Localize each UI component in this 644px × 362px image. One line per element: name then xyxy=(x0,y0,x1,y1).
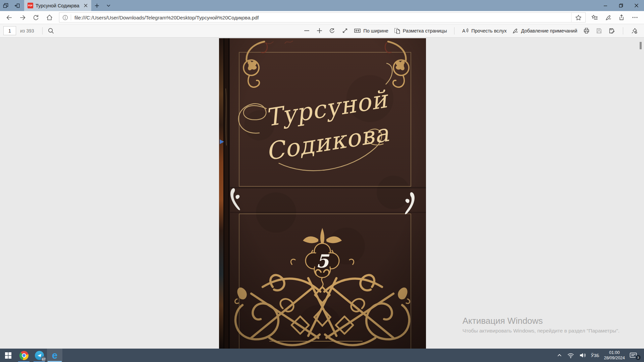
toolbar-separator xyxy=(623,27,623,35)
save-as-icon xyxy=(608,27,615,34)
windows-logo-icon xyxy=(5,352,11,359)
zoom-out-button[interactable] xyxy=(302,26,312,36)
notification-badge: 3 xyxy=(636,355,641,360)
restore-icon xyxy=(619,3,623,8)
expand-icon xyxy=(342,27,348,34)
page-number-input[interactable]: 1 xyxy=(3,26,16,35)
tab-close-button[interactable] xyxy=(82,2,89,9)
minimize-icon xyxy=(603,4,607,8)
tab-preview-icon xyxy=(14,3,20,9)
save-as-button[interactable] xyxy=(607,26,617,36)
set-aside-tabs-button[interactable] xyxy=(0,0,11,11)
tab-active[interactable]: PDF Турсуной Содиқова.pd xyxy=(24,0,91,11)
read-aloud-button[interactable]: A Прочесть вслух xyxy=(461,27,508,34)
forward-button[interactable] xyxy=(16,12,29,23)
toolbar-separator xyxy=(454,27,454,35)
taskbar-app-edge[interactable]: e xyxy=(47,349,62,362)
minimize-button[interactable] xyxy=(598,0,613,11)
search-icon xyxy=(48,27,54,34)
url-text[interactable]: file:///C:/Users/User/Downloads/Telegram… xyxy=(71,15,571,20)
tab-list-button[interactable] xyxy=(103,0,114,11)
clock[interactable]: 01:00 28/09/2024 xyxy=(601,349,627,362)
page-layout-icon xyxy=(394,27,400,34)
action-center-button[interactable]: 3 xyxy=(627,349,641,362)
page-layout-button[interactable]: Разметка страницы xyxy=(392,27,448,34)
pdf-toolbar-right: По ширине Разметка страницы A Прочесть в… xyxy=(302,26,639,36)
pdf-viewport[interactable]: Турсуной Содикова xyxy=(0,38,644,349)
add-favorite-button[interactable] xyxy=(571,13,585,22)
close-window-button[interactable] xyxy=(629,0,644,11)
chevron-down-icon xyxy=(106,3,111,8)
volume-status[interactable] xyxy=(577,349,589,362)
language-indicator[interactable]: ЎЗБ xyxy=(589,349,602,362)
share-icon xyxy=(618,14,625,21)
read-aloud-letter: A xyxy=(462,28,466,34)
share-button[interactable] xyxy=(615,12,628,23)
find-in-document-button[interactable] xyxy=(46,26,56,36)
favorites-list-icon xyxy=(591,14,598,21)
tray-overflow-button[interactable] xyxy=(554,349,565,362)
address-bar: file:///C:/Users/User/Downloads/Telegram… xyxy=(0,11,644,24)
print-button[interactable] xyxy=(581,26,591,36)
unpin-toolbar-button[interactable] xyxy=(629,26,639,36)
browser-window: PDF Турсуной Содиқова.pd xyxy=(0,0,644,362)
back-arrow-icon xyxy=(6,14,13,21)
telegram-plane-icon xyxy=(37,353,42,358)
add-notes-button[interactable]: Добавление примечаний xyxy=(511,27,579,34)
refresh-icon xyxy=(33,14,39,21)
tab-title: Турсуной Содиқова.pd xyxy=(36,3,79,8)
ellipsis-icon xyxy=(632,14,638,21)
forward-arrow-icon xyxy=(19,14,26,21)
address-bar-actions xyxy=(588,12,641,23)
read-aloud-icon: A xyxy=(462,27,469,34)
close-icon xyxy=(84,4,88,7)
pdf-page: Турсуной Содикова xyxy=(219,38,426,349)
restore-button[interactable] xyxy=(613,0,629,11)
taskbar-app-chrome[interactable] xyxy=(16,349,32,362)
fit-width-label: По ширине xyxy=(363,28,388,34)
new-tab-button[interactable] xyxy=(91,0,103,11)
book-cover-image: Турсуной Содикова xyxy=(219,38,426,349)
taskbar: 87 e ЎЗБ 01:00 28/09/2024 xyxy=(0,349,644,362)
home-button[interactable] xyxy=(43,12,56,23)
read-aloud-label: Прочесть вслух xyxy=(471,28,506,34)
page-layout-label: Разметка страницы xyxy=(403,28,447,34)
site-info-button[interactable] xyxy=(59,13,71,22)
plus-icon xyxy=(316,27,323,34)
zoom-in-button[interactable] xyxy=(314,26,324,36)
set-aside-tabs-icon xyxy=(3,3,9,9)
start-button[interactable] xyxy=(0,349,16,362)
url-field[interactable]: file:///C:/Users/User/Downloads/Telegram… xyxy=(59,12,586,22)
watermark-title: Активация Windows xyxy=(463,316,620,326)
fit-width-button[interactable]: По ширине xyxy=(353,27,389,34)
pdf-icon-label: PDF xyxy=(28,4,33,7)
home-icon xyxy=(46,14,53,21)
fit-width-icon xyxy=(354,27,361,34)
web-note-button[interactable] xyxy=(602,12,614,23)
refresh-button[interactable] xyxy=(30,12,42,23)
save-button[interactable] xyxy=(594,26,604,36)
page-count-label: из 393 xyxy=(20,28,34,34)
favorites-hub-button[interactable] xyxy=(588,12,601,23)
unpin-icon xyxy=(631,27,638,34)
printer-icon xyxy=(583,27,590,34)
rotate-button[interactable] xyxy=(327,26,337,36)
settings-menu-button[interactable] xyxy=(629,12,641,23)
fullscreen-button[interactable] xyxy=(340,26,350,36)
chrome-icon xyxy=(19,351,29,360)
scrollbar-thumb[interactable] xyxy=(640,42,642,49)
pen-icon xyxy=(512,27,519,34)
toolbar-separator xyxy=(42,27,43,35)
wifi-icon xyxy=(567,352,575,359)
telegram-badge: 87 xyxy=(41,356,46,362)
watermark-subtitle: Чтобы активировать Windows, перейдите в … xyxy=(463,328,620,334)
tab-preview-button[interactable] xyxy=(11,0,23,11)
system-tray: ЎЗБ 01:00 28/09/2024 3 xyxy=(554,349,644,362)
back-button[interactable] xyxy=(3,12,15,23)
window-controls xyxy=(598,0,644,11)
clock-date: 28/09/2024 xyxy=(604,355,625,361)
info-icon xyxy=(62,15,68,20)
taskbar-app-telegram[interactable]: 87 xyxy=(32,349,47,362)
clock-time: 01:00 xyxy=(604,350,625,355)
wifi-status[interactable] xyxy=(565,349,577,362)
